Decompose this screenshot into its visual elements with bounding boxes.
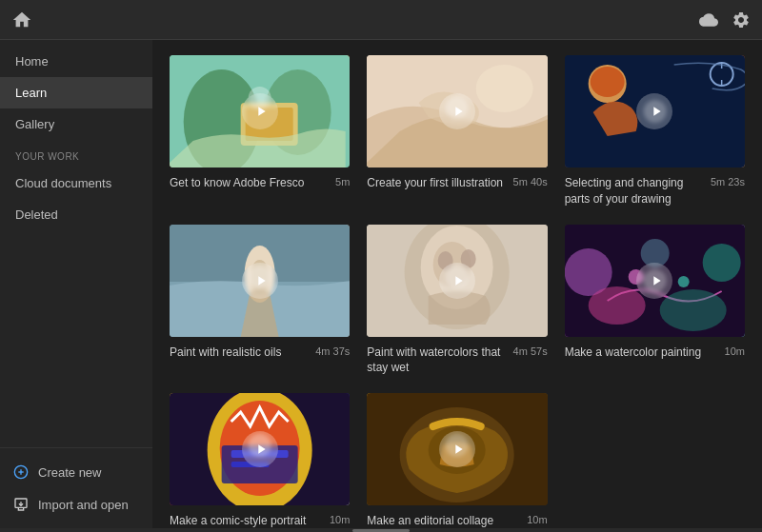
- your-work-label: YOUR WORK: [0, 140, 152, 167]
- topbar: [0, 0, 762, 40]
- cloud-icon[interactable]: [699, 10, 718, 30]
- video-thumb-v2: [367, 55, 547, 167]
- video-info-v5: Paint with watercolors that stay wet 4m …: [367, 345, 547, 377]
- scroll-indicator: [0, 528, 762, 532]
- video-info-v1: Get to know Adobe Fresco 5m: [170, 175, 350, 191]
- video-thumb-v4: [170, 225, 350, 337]
- video-duration-v5: 4m 57s: [513, 345, 548, 357]
- video-duration-v7: 10m: [330, 514, 350, 525]
- sidebar: Home Learn Gallery YOUR WORK Cloud docum…: [0, 40, 152, 528]
- sidebar-item-cloud-documents[interactable]: Cloud documents: [0, 167, 152, 199]
- play-button-v7[interactable]: [242, 431, 278, 467]
- play-button-v8[interactable]: [439, 431, 475, 467]
- video-duration-v8: 10m: [527, 514, 547, 525]
- video-title-v4: Paint with realistic oils: [170, 345, 315, 361]
- play-button-v6[interactable]: [636, 263, 672, 299]
- sidebar-nav: Home Learn Gallery YOUR WORK Cloud docum…: [0, 46, 152, 447]
- video-duration-v2: 5m 40s: [513, 176, 548, 187]
- video-thumb-v3: [565, 55, 745, 167]
- video-card-v7[interactable]: Make a comic-style portrait 10m: [170, 393, 350, 528]
- svg-point-40: [677, 276, 689, 287]
- create-new-button[interactable]: Create new: [0, 456, 152, 488]
- video-card-v8[interactable]: Make an editorial collage 10m: [367, 393, 547, 528]
- sidebar-item-deleted[interactable]: Deleted: [0, 199, 152, 230]
- video-title-v6: Make a watercolor painting: [565, 345, 725, 361]
- play-button-v4[interactable]: [242, 263, 278, 299]
- svg-point-16: [590, 67, 624, 97]
- play-button-v3[interactable]: [636, 93, 672, 129]
- scroll-dot: [352, 529, 410, 532]
- sidebar-bottom: Create new Import and open: [0, 447, 152, 528]
- video-card-v5[interactable]: Paint with watercolors that stay wet 4m …: [367, 225, 547, 377]
- import-open-button[interactable]: Import and open: [0, 488, 152, 521]
- video-title-v2: Create your first illustration: [367, 175, 512, 191]
- play-button-v5[interactable]: [439, 263, 475, 299]
- video-title-v8: Make an editorial collage: [367, 513, 527, 528]
- svg-point-37: [588, 286, 645, 325]
- video-card-v4[interactable]: Paint with realistic oils 4m 37s: [170, 225, 350, 377]
- video-card-v3[interactable]: Selecting and changing parts of your dra…: [565, 55, 745, 207]
- video-thumb-v7: [170, 393, 350, 505]
- home-icon[interactable]: [11, 10, 32, 30]
- topbar-left: [11, 10, 32, 30]
- video-info-v4: Paint with realistic oils 4m 37s: [170, 345, 350, 361]
- video-card-v1[interactable]: Get to know Adobe Fresco 5m: [170, 55, 350, 207]
- video-title-v7: Make a comic-style portrait: [170, 513, 330, 528]
- topbar-right: [699, 10, 751, 30]
- create-new-label: Create new: [38, 465, 101, 480]
- video-thumb-v1: [170, 55, 350, 167]
- video-title-v1: Get to know Adobe Fresco: [170, 175, 335, 191]
- sidebar-item-gallery[interactable]: Gallery: [0, 108, 152, 140]
- video-thumb-v8: [367, 393, 547, 505]
- video-duration-v1: 5m: [335, 176, 350, 187]
- svg-point-38: [659, 289, 726, 331]
- import-open-label: Import and open: [38, 498, 129, 512]
- video-thumb-v6: [565, 225, 745, 337]
- video-info-v7: Make a comic-style portrait 10m: [170, 513, 350, 528]
- video-thumb-v5: [367, 225, 547, 337]
- video-info-v2: Create your first illustration 5m 40s: [367, 175, 547, 191]
- video-grid: Get to know Adobe Fresco 5m: [170, 55, 745, 528]
- video-info-v8: Make an editorial collage 10m: [367, 513, 547, 528]
- video-info-v3: Selecting and changing parts of your dra…: [565, 175, 745, 207]
- import-icon: [13, 497, 29, 512]
- sidebar-item-learn[interactable]: Learn: [0, 77, 152, 108]
- content-area: Get to know Adobe Fresco 5m: [152, 40, 762, 528]
- plus-circle-icon: [13, 464, 29, 480]
- video-duration-v3: 5m 23s: [711, 176, 745, 187]
- main-layout: Home Learn Gallery YOUR WORK Cloud docum…: [0, 40, 762, 528]
- sidebar-item-home[interactable]: Home: [0, 46, 152, 77]
- video-title-v3: Selecting and changing parts of your dra…: [565, 175, 711, 207]
- video-duration-v4: 4m 37s: [315, 345, 350, 357]
- video-info-v6: Make a watercolor painting 10m: [565, 345, 745, 361]
- svg-point-35: [702, 244, 740, 282]
- play-button-v1[interactable]: [242, 93, 278, 129]
- play-button-v2[interactable]: [439, 93, 475, 129]
- svg-point-12: [476, 65, 533, 112]
- settings-icon[interactable]: [732, 10, 751, 30]
- video-card-v2[interactable]: Create your first illustration 5m 40s: [367, 55, 547, 207]
- video-card-v6[interactable]: Make a watercolor painting 10m: [565, 225, 745, 377]
- video-duration-v6: 10m: [725, 345, 745, 357]
- video-title-v5: Paint with watercolors that stay wet: [367, 345, 512, 377]
